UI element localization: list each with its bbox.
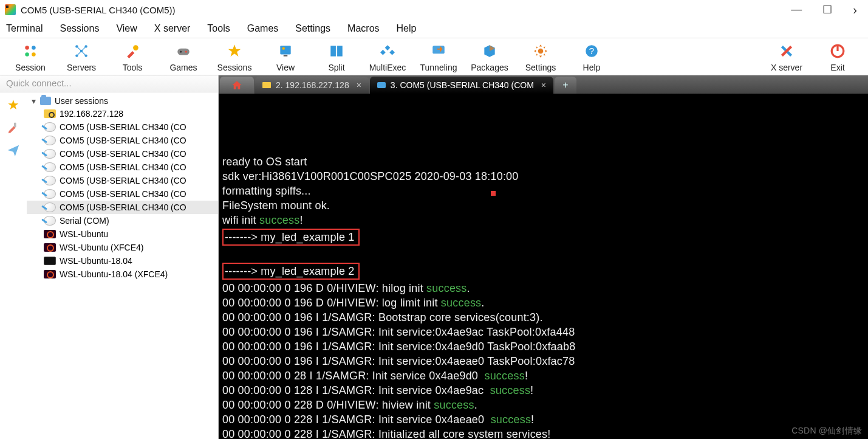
- tab-session-2[interactable]: 2. 192.168.227.128 ×: [255, 77, 369, 94]
- key-icon: [262, 82, 271, 88]
- session-item[interactable]: WSL-Ubuntu-18.04: [27, 254, 218, 268]
- session-label: COM5 (USB-SERIAL CH340 (CO: [60, 162, 186, 172]
- send-icon[interactable]: [7, 143, 20, 157]
- tool-icon[interactable]: [7, 122, 20, 135]
- menu-games[interactable]: Games: [246, 22, 280, 35]
- content-area: 2. 192.168.227.128 × 3. COM5 (USB-SERIAL…: [219, 75, 868, 439]
- quick-connect-input[interactable]: Quick connect...: [0, 75, 218, 92]
- toolbar-tunneling-button[interactable]: Tunneling: [413, 42, 464, 72]
- toolbar-settings-button[interactable]: Settings: [515, 42, 566, 72]
- session-item[interactable]: COM5 (USB-SERIAL CH340 (CO: [27, 174, 218, 187]
- user-sessions-folder[interactable]: ▾ User sessions: [27, 95, 218, 107]
- toolbar-label: Split: [328, 63, 344, 72]
- watermark-text: CSDN @仙剑情缘: [791, 423, 862, 438]
- plug-icon: [44, 216, 56, 226]
- tab-session-3[interactable]: 3. COM5 (USB-SERIAL CH340 (COM ×: [370, 77, 553, 94]
- menu-macros[interactable]: Macros: [346, 22, 380, 35]
- toolbar-label: Exit: [830, 63, 844, 72]
- sessions-pane: ★ ▾ User sessions 192.168.227.128COM5 (U…: [0, 92, 218, 439]
- sidebar: Quick connect... ★ ▾ User sessions 192.1…: [0, 75, 219, 439]
- svg-rect-14: [284, 55, 288, 57]
- tab-new-button[interactable]: +: [555, 77, 576, 94]
- session-item[interactable]: COM5 (USB-SERIAL CH340 (CO: [27, 201, 218, 214]
- toolbar-label: Packages: [471, 63, 508, 72]
- plus-icon: +: [562, 80, 568, 91]
- monitor-icon: [44, 257, 56, 265]
- caret-marker-icon: [491, 191, 496, 196]
- maximize-button[interactable]: ☐: [822, 3, 832, 17]
- plug-icon: [44, 176, 56, 185]
- toolbar-sessions-button[interactable]: Sessions: [209, 42, 260, 72]
- toolbar-x-server-button[interactable]: X server: [761, 42, 812, 72]
- session-item[interactable]: Serial (COM): [27, 214, 218, 227]
- tab-close-button[interactable]: ×: [541, 80, 546, 90]
- menu-x-server[interactable]: X server: [153, 22, 192, 35]
- settings-icon: [532, 42, 549, 60]
- collapse-icon[interactable]: ▾: [30, 96, 36, 106]
- session-item[interactable]: COM5 (USB-SERIAL CH340 (CO: [27, 134, 218, 147]
- toolbar-servers-button[interactable]: Servers: [56, 42, 107, 72]
- session-item[interactable]: WSL-Ubuntu-18.04 (XFCE4): [27, 268, 218, 281]
- plug-icon: [44, 122, 56, 132]
- tab-close-button[interactable]: ×: [357, 80, 361, 90]
- next-button[interactable]: ›: [853, 3, 857, 17]
- toolbar-view-button[interactable]: View: [260, 42, 311, 72]
- toolbar-label: Tunneling: [420, 63, 457, 72]
- svg-point-11: [180, 50, 182, 52]
- main-area: Quick connect... ★ ▾ User sessions 192.1…: [0, 75, 868, 439]
- toolbar: SessionServersToolsGamesSessionsViewSpli…: [0, 38, 868, 75]
- menu-tools[interactable]: Tools: [206, 22, 231, 35]
- menu-settings[interactable]: Settings: [294, 22, 332, 35]
- toolbar-split-button[interactable]: Split: [311, 42, 362, 72]
- toolbar-exit-button[interactable]: Exit: [812, 42, 863, 72]
- session-label: COM5 (USB-SERIAL CH340 (CO: [60, 202, 186, 212]
- toolbar-help-button[interactable]: ?Help: [566, 42, 617, 72]
- menubar: TerminalSessionsViewX serverToolsGamesSe…: [0, 19, 868, 38]
- sidebar-favorites-rail: ★: [0, 92, 27, 439]
- toolbar-multiexec-button[interactable]: MultiExec: [362, 42, 413, 72]
- session-item[interactable]: WSL-Ubuntu: [27, 227, 218, 241]
- menu-help[interactable]: Help: [395, 22, 418, 35]
- svg-point-19: [538, 49, 544, 54]
- star-icon: [226, 42, 243, 60]
- toolbar-label: Settings: [525, 63, 556, 72]
- toolbar-label: Servers: [67, 63, 96, 72]
- home-icon: [231, 80, 243, 91]
- plug-icon: [44, 202, 56, 212]
- xserver-icon: [778, 42, 795, 60]
- svg-point-9: [133, 45, 138, 50]
- toolbar-label: View: [276, 63, 295, 72]
- toolbar-packages-button[interactable]: Packages: [464, 42, 515, 72]
- session-label: WSL-Ubuntu-18.04: [60, 256, 132, 266]
- session-item[interactable]: WSL-Ubuntu (XFCE4): [27, 241, 218, 254]
- toolbar-label: Session: [15, 63, 46, 72]
- app-icon: [5, 4, 16, 15]
- menu-view[interactable]: View: [115, 22, 138, 35]
- tab-label: 3. COM5 (USB-SERIAL CH340 (COM: [391, 80, 534, 90]
- tools-icon: [124, 42, 141, 60]
- toolbar-session-button[interactable]: Session: [5, 42, 56, 72]
- svg-rect-23: [836, 44, 838, 51]
- toolbar-label: Help: [583, 63, 601, 72]
- session-label: COM5 (USB-SERIAL CH340 (CO: [60, 189, 186, 199]
- ubuntu-icon: [44, 243, 56, 252]
- session-item[interactable]: COM5 (USB-SERIAL CH340 (CO: [27, 147, 218, 161]
- toolbar-games-button[interactable]: Games: [158, 42, 209, 72]
- toolbar-tools-button[interactable]: Tools: [107, 42, 158, 72]
- tab-home[interactable]: [220, 77, 254, 94]
- terminal-output[interactable]: ready to OS start sdk ver:Hi3861V100R001…: [219, 94, 868, 439]
- star-icon[interactable]: ★: [7, 97, 19, 113]
- sessions-tree[interactable]: ▾ User sessions 192.168.227.128COM5 (USB…: [27, 92, 218, 439]
- help-icon: ?: [583, 42, 600, 60]
- session-label: 192.168.227.128: [60, 109, 123, 119]
- session-item[interactable]: COM5 (USB-SERIAL CH340 (CO: [27, 187, 218, 201]
- multiexec-icon: [379, 42, 396, 60]
- svg-point-15: [282, 47, 285, 50]
- session-item[interactable]: COM5 (USB-SERIAL CH340 (CO: [27, 120, 218, 134]
- minimize-button[interactable]: —: [791, 3, 802, 17]
- menu-sessions[interactable]: Sessions: [58, 22, 100, 35]
- session-item[interactable]: 192.168.227.128: [27, 107, 218, 120]
- menu-terminal[interactable]: Terminal: [5, 22, 44, 35]
- svg-rect-17: [337, 46, 343, 56]
- session-item[interactable]: COM5 (USB-SERIAL CH340 (CO: [27, 161, 218, 174]
